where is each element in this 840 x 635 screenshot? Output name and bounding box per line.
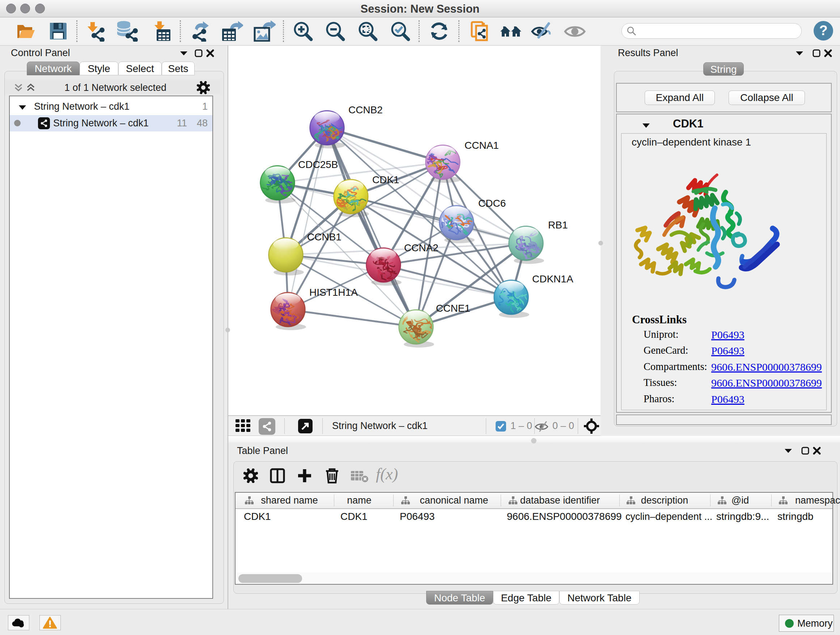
svg-text:CDKN1A: CDKN1A [532,273,573,285]
svg-text:CCNA2: CCNA2 [404,242,439,253]
svg-text:CCNB1: CCNB1 [307,231,341,242]
svg-text:CDK1: CDK1 [372,174,399,185]
svg-text:RB1: RB1 [548,219,568,231]
svg-text:?: ? [819,23,827,38]
svg-text:CDC6: CDC6 [478,198,506,209]
svg-text:CCNA1: CCNA1 [464,140,499,151]
svg-text:HIST1H1A: HIST1H1A [309,287,358,298]
svg-text:CCNB2: CCNB2 [348,104,383,116]
svg-text:CCNE1: CCNE1 [436,302,470,314]
svg-text:CDC25B: CDC25B [298,159,338,170]
